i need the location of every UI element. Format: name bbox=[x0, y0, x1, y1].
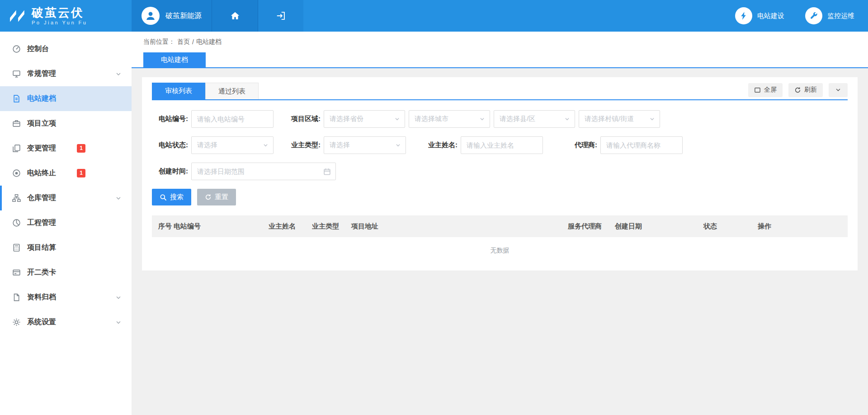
column-actions: 操作 bbox=[758, 222, 848, 231]
search-button[interactable]: 搜索 bbox=[152, 189, 191, 205]
label-station-status: 电站状态: bbox=[152, 141, 188, 149]
filter-row-1: 电站编号: 项目区域: 请选择省份 请选择城市 请选择县/区 bbox=[152, 110, 848, 128]
nav-station-build[interactable]: 电站建设 bbox=[735, 7, 784, 24]
sitemap-icon bbox=[12, 194, 21, 202]
page-tab-station-archive[interactable]: 电站建档 bbox=[143, 52, 206, 67]
sidebar-item-change-mgmt[interactable]: 变更管理 1 bbox=[0, 136, 132, 161]
column-status: 状态 bbox=[703, 222, 758, 231]
city-select[interactable]: 请选择城市 bbox=[409, 110, 490, 128]
province-select[interactable]: 请选择省份 bbox=[324, 110, 405, 128]
chevron-down-icon bbox=[395, 142, 401, 148]
sidebar-item-station-archive[interactable]: 电站建档 bbox=[0, 86, 132, 111]
nav-monitor-ops[interactable]: 监控运维 bbox=[805, 7, 854, 24]
column-owner-type: 业主类型 bbox=[312, 222, 351, 231]
main-content: 当前位置： 首页 / 电站建档 电站建档 审核列表 通过列表 全屏 bbox=[132, 32, 868, 415]
chevron-down-icon bbox=[115, 294, 122, 301]
tab-review-list[interactable]: 审核列表 bbox=[152, 83, 205, 99]
file-icon bbox=[12, 293, 21, 302]
dashboard-icon bbox=[12, 45, 21, 53]
logout-button[interactable] bbox=[258, 0, 303, 32]
chevron-down-icon bbox=[115, 71, 122, 77]
exit-icon bbox=[276, 11, 286, 21]
content-panel: 审核列表 通过列表 全屏 刷新 bbox=[142, 77, 858, 270]
breadcrumb-separator: / bbox=[192, 38, 194, 46]
date-range-input[interactable] bbox=[191, 163, 336, 180]
label-agent: 代理商: bbox=[561, 141, 597, 149]
station-no-input[interactable] bbox=[191, 110, 274, 128]
chevron-down-icon bbox=[115, 319, 122, 326]
refresh-button[interactable]: 刷新 bbox=[788, 83, 823, 97]
chevron-down-icon bbox=[394, 116, 400, 122]
chevron-down-icon bbox=[649, 116, 655, 122]
tab-passed-list[interactable]: 通过列表 bbox=[205, 83, 259, 99]
sidebar-item-data-archive[interactable]: 资料归档 bbox=[0, 285, 132, 310]
logo-icon bbox=[8, 8, 27, 23]
brand-title: 破茧云伏 bbox=[32, 6, 87, 19]
refresh-icon bbox=[205, 194, 212, 201]
column-station-no: 电站编号 bbox=[174, 222, 269, 231]
briefcase-icon bbox=[12, 119, 21, 128]
panel-tabs: 审核列表 通过列表 全屏 刷新 bbox=[152, 83, 848, 100]
search-icon bbox=[160, 194, 167, 201]
sidebar-item-warehouse-mgmt[interactable]: 仓库管理 bbox=[0, 186, 132, 210]
calendar-icon[interactable] bbox=[323, 168, 331, 175]
wrench-icon bbox=[805, 7, 822, 24]
company-name: 破茧新能源 bbox=[165, 11, 202, 21]
user-menu[interactable]: 破茧新能源 bbox=[132, 0, 212, 32]
filter-row-2: 电站状态: 请选择 业主类型: 请选择 业主姓名: 代理商: bbox=[152, 136, 848, 154]
sidebar-item-project-initiation[interactable]: 项目立项 bbox=[0, 111, 132, 136]
card-icon bbox=[12, 268, 21, 277]
brand-logo: 破茧云伏 Po Jian Yun Fu bbox=[0, 0, 132, 32]
refresh-icon bbox=[794, 87, 801, 93]
header-nav: 电站建设 监控运维 bbox=[735, 0, 868, 32]
panel-toolbar: 全屏 刷新 bbox=[748, 83, 848, 99]
sidebar: 控制台 常规管理 电站建档 项目立项 bbox=[0, 32, 132, 415]
monitor-icon bbox=[12, 70, 21, 78]
owner-name-input[interactable] bbox=[461, 136, 543, 154]
chevron-down-icon bbox=[115, 195, 122, 201]
page-tab-strip: 电站建档 bbox=[132, 52, 868, 68]
label-create-time: 创建时间: bbox=[152, 167, 188, 176]
lightning-icon bbox=[735, 7, 752, 24]
county-select[interactable]: 请选择县/区 bbox=[494, 110, 575, 128]
sidebar-item-project-settlement[interactable]: 项目结算 bbox=[0, 235, 132, 260]
sidebar-item-open-type2-card[interactable]: 开二类卡 bbox=[0, 260, 132, 285]
home-button[interactable] bbox=[212, 0, 258, 32]
label-owner-name: 业主姓名: bbox=[421, 141, 458, 149]
table-header-row: 序号 电站编号 业主姓名 业主类型 项目地址 服务代理商 创建日期 状态 操作 bbox=[152, 215, 848, 237]
breadcrumb-prefix: 当前位置： bbox=[143, 38, 175, 46]
sidebar-item-engineering-mgmt[interactable]: 工程管理 bbox=[0, 210, 132, 235]
avatar bbox=[142, 7, 160, 25]
sidebar-item-system-settings[interactable]: 系统设置 bbox=[0, 310, 132, 335]
owner-type-select[interactable]: 请选择 bbox=[324, 136, 406, 154]
filter-actions: 搜索 重置 bbox=[152, 189, 848, 205]
collapse-panel-button[interactable] bbox=[829, 83, 848, 97]
calculator-icon bbox=[12, 243, 21, 252]
breadcrumb-home[interactable]: 首页 bbox=[177, 38, 190, 46]
filter-form: 电站编号: 项目区域: 请选择省份 请选择城市 请选择县/区 bbox=[152, 110, 848, 205]
chevron-down-icon bbox=[835, 87, 841, 93]
user-icon bbox=[145, 10, 156, 22]
sidebar-item-dashboard[interactable]: 控制台 bbox=[0, 37, 132, 61]
column-index: 序号 bbox=[158, 222, 174, 231]
column-owner-name: 业主姓名 bbox=[269, 222, 312, 231]
station-status-select[interactable]: 请选择 bbox=[191, 136, 274, 154]
label-station-no: 电站编号: bbox=[152, 115, 188, 123]
top-header: 破茧云伏 Po Jian Yun Fu 破茧新能源 bbox=[0, 0, 868, 32]
sidebar-item-general-mgmt[interactable]: 常规管理 bbox=[0, 61, 132, 86]
copy-icon bbox=[12, 144, 21, 153]
fullscreen-button[interactable]: 全屏 bbox=[748, 83, 783, 97]
reset-button[interactable]: 重置 bbox=[197, 189, 236, 205]
column-service-agent: 服务代理商 bbox=[568, 222, 615, 231]
date-range-field bbox=[191, 163, 336, 180]
home-icon bbox=[230, 11, 240, 21]
agent-input[interactable] bbox=[600, 136, 683, 154]
breadcrumb: 当前位置： 首页 / 电站建档 bbox=[132, 32, 868, 52]
breadcrumb-current: 电站建档 bbox=[196, 38, 222, 46]
badge-station-termination: 1 bbox=[77, 169, 85, 177]
town-select[interactable]: 请选择村镇/街道 bbox=[579, 110, 660, 128]
label-project-region: 项目区域: bbox=[284, 115, 321, 123]
sidebar-item-station-termination[interactable]: 电站终止 1 bbox=[0, 161, 132, 186]
chevron-down-icon bbox=[564, 116, 570, 122]
empty-state: 无数据 bbox=[152, 237, 848, 264]
